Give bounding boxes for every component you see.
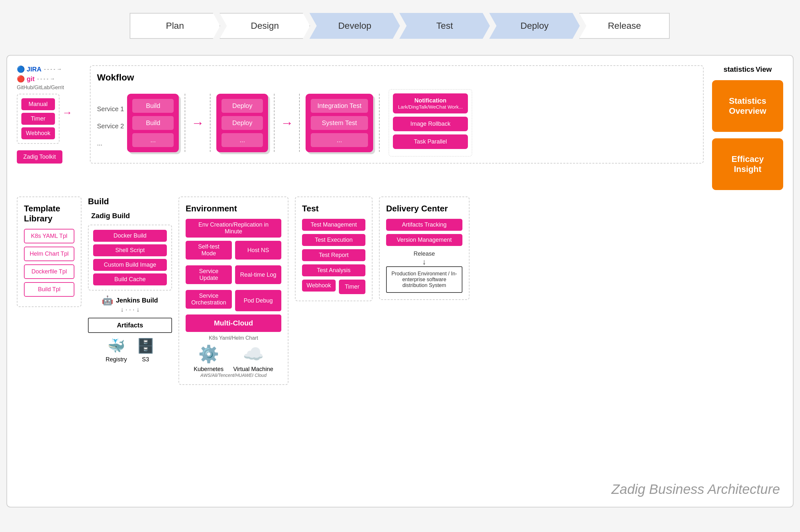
workflow-deploy1: Deploy — [222, 99, 263, 113]
test-webhook-button[interactable]: Webhook — [302, 280, 336, 291]
docker-build-button[interactable]: Docker Build — [93, 230, 167, 242]
github-text: GitHub/GitLab/Gerrit — [17, 85, 81, 91]
pipeline-step-design: Design — [220, 13, 310, 39]
trigger-box: Manual Timer Webhook — [17, 94, 59, 144]
zadig-build-title: Zadig Build — [91, 212, 172, 220]
pod-debug-button[interactable]: Pod Debug — [235, 290, 281, 311]
pipeline-step-test: Test — [399, 13, 490, 39]
build-card: Build Build ... — [127, 94, 179, 152]
jenkins-arrow: ↓ · · · ↓ — [120, 306, 140, 313]
jenkins-label: Jenkins Build — [116, 297, 158, 304]
build-tpl-button[interactable]: Build Tpl — [24, 282, 74, 297]
delivery-arrow-section: Release ↓ Production Environment / In-en… — [386, 250, 462, 293]
flow-arrow2: → — [280, 116, 293, 130]
workflow-build2: Build — [132, 116, 174, 130]
s3-item: 🗄️ S3 — [137, 338, 154, 363]
build-cache-button[interactable]: Build Cache — [93, 273, 167, 285]
env-grid: Self-test Mode Host NS Service Update Re… — [186, 241, 281, 311]
jira-logo-row: 🔵 JIRA - - - - → — [17, 65, 81, 73]
k8s-yaml-tpl-button[interactable]: K8s YAML Tpl — [24, 229, 74, 243]
s3-label: S3 — [142, 356, 149, 363]
shell-script-button[interactable]: Shell Script — [93, 244, 167, 256]
test-management-button[interactable]: Test Management — [302, 219, 366, 231]
deploy-card: Deploy Deploy ... — [216, 94, 268, 152]
cloud-sub-label: AWS/Ali/Tencent/HUAWEI Cloud — [186, 373, 281, 378]
workflow-build-dots: ... — [132, 133, 174, 147]
environment-section: Environment Env Creation/Replication in … — [179, 196, 289, 385]
self-test-mode-button[interactable]: Self-test Mode — [186, 241, 232, 260]
vm-icon: ☁️ — [243, 344, 264, 364]
host-ns-button[interactable]: Host NS — [235, 241, 281, 260]
template-library-section: Template Library K8s YAML Tpl Helm Chart… — [17, 196, 81, 307]
kubernetes-icon: ⚙️ — [198, 344, 219, 364]
artifacts-box: Artifacts — [88, 318, 172, 333]
vm-label: Virtual Machine — [233, 366, 273, 373]
template-library-title: Template Library — [24, 204, 74, 224]
release-label: Release — [414, 250, 435, 257]
pipeline-step-release: Release — [579, 13, 670, 39]
jenkins-icon: 🤖 — [102, 295, 113, 306]
test-analysis-button[interactable]: Test Analysis — [302, 264, 366, 276]
arch-container: 🔵 JIRA - - - - → 🔴 git - - - - → GitHub/… — [6, 55, 794, 508]
helm-chart-tpl-button[interactable]: Helm Chart Tpl — [24, 247, 74, 261]
notification-box: Notification Lark/DingTalk/WeChat Work..… — [393, 93, 468, 113]
registry-row: 🐳 Registry 🗄️ S3 — [88, 338, 172, 363]
s3-icon: 🗄️ — [137, 338, 154, 354]
statistics-overview-card[interactable]: Statistics Overview — [712, 80, 783, 132]
down-arrow: ↓ — [422, 257, 426, 266]
service-orchestration-button[interactable]: Service Orchestration — [186, 290, 232, 309]
service-update-button[interactable]: Service Update — [186, 265, 232, 284]
build-inner-box: Docker Build Shell Script Custom Build I… — [88, 225, 172, 290]
build-section: Build Zadig Build Docker Build Shell Scr… — [88, 196, 172, 363]
pipeline-step-develop: Develop — [310, 13, 400, 39]
environment-title: Environment — [186, 204, 281, 214]
test-execution-button[interactable]: Test Execution — [302, 234, 366, 246]
pipeline-step-deploy: Deploy — [489, 13, 580, 39]
test-report-button[interactable]: Test Report — [302, 249, 366, 261]
flow-arrow1: → — [191, 116, 204, 130]
prod-box: Production Environment / In-enterprise s… — [386, 266, 462, 293]
webhook-button[interactable]: Webhook — [21, 127, 55, 139]
test-card: Integration Test System Test ... — [305, 94, 373, 152]
kubernetes-item: ⚙️ Kubernetes — [194, 344, 223, 373]
artifacts-tracking-button[interactable]: Artifacts Tracking — [386, 219, 462, 231]
pipeline-header: Plan Design Develop Test Deploy Release — [6, 6, 794, 45]
jira-arrow: - - - - → — [44, 66, 62, 72]
manual-button[interactable]: Manual — [21, 98, 55, 110]
cloud-icons-row: ⚙️ Kubernetes ☁️ Virtual Machine — [186, 344, 281, 373]
kubernetes-label: Kubernetes — [194, 366, 223, 373]
delivery-section: Delivery Center Artifacts Tracking Versi… — [379, 196, 469, 300]
image-rollback-box: Image Rollback — [393, 117, 468, 131]
registry-icon: 🐳 — [107, 338, 125, 354]
workflow-test2: System Test — [311, 116, 368, 130]
efficacy-insight-card[interactable]: Efficacy Insight — [712, 138, 783, 190]
workflow-test1: Integration Test — [311, 99, 368, 113]
git-logo-row: 🔴 git - - - - → — [17, 75, 81, 83]
timer-button[interactable]: Timer — [21, 113, 55, 125]
build-section-title: Build — [88, 196, 172, 207]
divider1 — [185, 94, 185, 152]
registry-item: 🐳 Registry — [106, 338, 127, 363]
version-management-button[interactable]: Version Management — [386, 234, 462, 246]
divider3 — [274, 94, 275, 152]
git-logo: 🔴 git — [17, 75, 35, 83]
env-creation-button[interactable]: Env Creation/Replication in Minute — [186, 219, 281, 238]
trigger-section: 🔵 JIRA - - - - → 🔴 git - - - - → GitHub/… — [17, 65, 81, 164]
service-labels: Service 1 Service 2 ... — [97, 99, 124, 147]
custom-build-image-button[interactable]: Custom Build Image — [93, 259, 167, 271]
workflow-section: Wokflow Service 1 Service 2 ... Build Bu… — [90, 65, 704, 164]
trigger-logos: 🔵 JIRA - - - - → 🔴 git - - - - → GitHub/… — [17, 65, 81, 91]
jira-logo: 🔵 JIRA — [17, 65, 41, 73]
workflow-build1: Build — [132, 99, 174, 113]
zadig-toolkit-button[interactable]: Zadig Toolkit — [17, 150, 62, 164]
divider2 — [210, 94, 210, 152]
dockerfile-tpl-button[interactable]: Dockerfile Tpl — [24, 264, 74, 279]
vm-item: ☁️ Virtual Machine — [233, 344, 273, 373]
test-title: Test — [302, 204, 366, 214]
workflow-test-dots: ... — [311, 133, 368, 147]
workflow-title: Wokflow — [97, 72, 696, 83]
test-timer-button[interactable]: Timer — [339, 280, 366, 294]
multi-cloud-button[interactable]: Multi-Cloud — [186, 315, 281, 332]
git-arrow: - - - - → — [37, 76, 55, 82]
realtime-log-button[interactable]: Real-time Log — [235, 265, 281, 284]
